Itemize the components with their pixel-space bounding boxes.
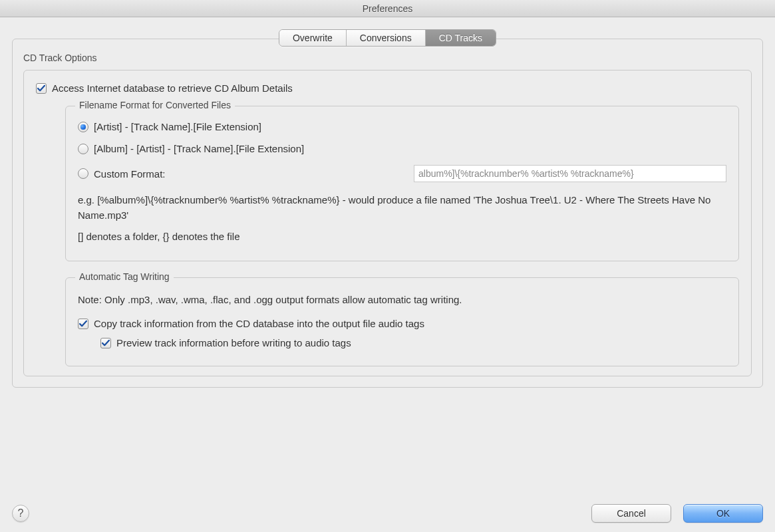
- tab-overwrite[interactable]: Overwrite: [279, 30, 347, 46]
- tag-writing-note: Note: Only .mp3, .wav, .wma, .flac, and …: [78, 293, 726, 308]
- cd-track-options-fieldset: Access Internet database to retrieve CD …: [23, 70, 752, 376]
- footer: ? Cancel OK: [12, 504, 763, 523]
- ok-button[interactable]: OK: [683, 504, 763, 523]
- cd-tracks-panel: CD Track Options Access Internet databas…: [12, 39, 763, 388]
- access-db-label: Access Internet database to retrieve CD …: [52, 82, 293, 94]
- checkmark-icon: [37, 84, 45, 92]
- copy-tags-row: Copy track information from the CD datab…: [78, 318, 726, 329]
- format-radio-1[interactable]: [78, 122, 88, 132]
- copy-tags-label: Copy track information from the CD datab…: [94, 318, 424, 329]
- format-notation-text: [] denotes a folder, {} denotes the file: [78, 229, 726, 245]
- checkmark-icon: [102, 339, 110, 347]
- copy-tags-checkbox[interactable]: [78, 319, 88, 329]
- format-radio-3[interactable]: [78, 168, 88, 179]
- filename-format-fieldset: Filename Format for Converted Files [Art…: [65, 106, 739, 261]
- tag-writing-legend: Automatic Tag Writing: [75, 271, 174, 282]
- tab-conversions[interactable]: Conversions: [347, 30, 426, 46]
- format-radio-2-label: [Album] - [Artist] - [Track Name].[File …: [94, 143, 304, 154]
- access-db-row: Access Internet database to retrieve CD …: [36, 82, 739, 94]
- format-option-custom: Custom Format:: [78, 165, 726, 182]
- custom-format-input[interactable]: [414, 165, 726, 182]
- preview-tags-checkbox[interactable]: [100, 338, 111, 348]
- window-title: Preferences: [0, 0, 775, 17]
- preview-tags-label: Preview track information before writing…: [116, 337, 351, 348]
- preview-tags-row: Preview track information before writing…: [100, 337, 726, 348]
- format-option-artist-track: [Artist] - [Track Name].[File Extension]: [78, 121, 726, 132]
- format-option-album-artist-track: [Album] - [Artist] - [Track Name].[File …: [78, 143, 726, 154]
- filename-format-legend: Filename Format for Converted Files: [75, 100, 235, 110]
- window-body: Overwrite Conversions CD Tracks CD Track…: [0, 17, 775, 532]
- tag-writing-fieldset: Automatic Tag Writing Note: Only .mp3, .…: [65, 277, 739, 367]
- group-label-cd-track-options: CD Track Options: [23, 53, 752, 63]
- format-radio-2[interactable]: [78, 144, 88, 154]
- tabs: Overwrite Conversions CD Tracks: [12, 29, 763, 47]
- format-example-text: e.g. [%album%]\{%tracknumber% %artist% %…: [78, 193, 726, 223]
- checkmark-icon: [79, 320, 87, 328]
- format-radio-3-label: Custom Format:: [94, 168, 166, 180]
- access-db-checkbox[interactable]: [36, 83, 47, 94]
- segmented-tabs: Overwrite Conversions CD Tracks: [279, 29, 496, 47]
- help-button[interactable]: ?: [12, 505, 29, 522]
- format-radio-1-label: [Artist] - [Track Name].[File Extension]: [94, 121, 261, 132]
- tab-cd-tracks[interactable]: CD Tracks: [426, 30, 496, 46]
- cancel-button[interactable]: Cancel: [591, 504, 671, 523]
